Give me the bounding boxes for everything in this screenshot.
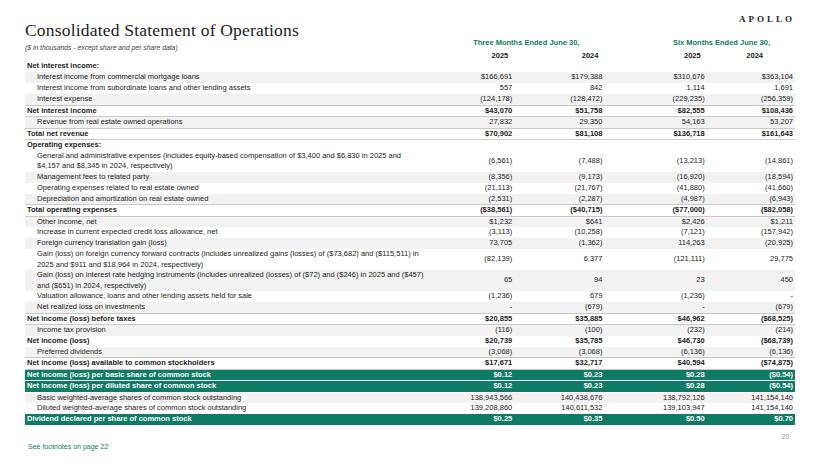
cell-value: $1,211 — [707, 216, 795, 227]
cell-value: $0.25 — [424, 414, 514, 425]
cell-value: (1,362) — [514, 238, 604, 249]
cell-value: ($38,561) — [424, 205, 514, 217]
cell-value: 141,154,140 — [707, 403, 795, 414]
cell-value: $46,730 — [604, 336, 706, 347]
cell-value: ($40,715) — [514, 205, 604, 217]
cell-value: (3,068) — [424, 347, 514, 358]
row-label: Dividend declared per share of common st… — [25, 414, 424, 425]
cell-value: $81,108 — [514, 128, 604, 140]
cell-value: (128,472) — [514, 94, 604, 105]
cell-value: ($68,739) — [707, 336, 795, 347]
row-label: Management fees to related party — [25, 172, 424, 183]
col-group-three-months: Three Months Ended June 30, — [424, 24, 604, 48]
cell-value: 6,377 — [514, 249, 604, 270]
footnote-link[interactable]: See footnotes on page 22 — [28, 443, 108, 450]
col-group-six-months: Six Months Ended June 30, — [604, 24, 795, 48]
cell-value: 138,943,566 — [424, 392, 514, 403]
table-row: Net income (loss) available to common st… — [25, 358, 795, 370]
row-label: Gain (loss) on interest rate hedging ins… — [25, 270, 424, 291]
cell-value: 65 — [424, 270, 514, 291]
cell-value: 94 — [514, 270, 604, 291]
cell-value: 73,705 — [424, 238, 514, 249]
cell-value: ($0.54) — [707, 369, 795, 381]
cell-value: (4,987) — [604, 194, 706, 205]
cell-value: $1,232 — [424, 216, 514, 227]
cell-value: (14,861) — [707, 151, 795, 172]
cell-value: 29,775 — [707, 249, 795, 270]
cell-value: (121,111) — [604, 249, 706, 270]
cell-value: ($0.54) — [707, 381, 795, 393]
cell-value: 53,207 — [707, 117, 795, 129]
cell-value: ($74,875) — [707, 358, 795, 370]
cell-value: (21,767) — [514, 183, 604, 194]
table-row: Net realized loss on investments-(679)-(… — [25, 302, 795, 313]
cell-value: - — [604, 302, 706, 313]
cell-value: 54,163 — [604, 117, 706, 129]
row-label: Diluted weighted-average shares of commo… — [25, 403, 424, 414]
cell-value: - — [707, 291, 795, 302]
cell-value: (8,356) — [424, 172, 514, 183]
cell-value: (256,359) — [707, 94, 795, 105]
cell-value: $0.12 — [424, 381, 514, 393]
cell-value: 1,114 — [604, 83, 706, 94]
table-row: Net income (loss) before taxes$20,855$35… — [25, 313, 795, 325]
cell-value: 139,103,947 — [604, 403, 706, 414]
cell-value: (9,173) — [514, 172, 604, 183]
cell-value: (20,925) — [707, 238, 795, 249]
cell-value: $2,426 — [604, 216, 706, 227]
cell-value: 139,208,860 — [424, 403, 514, 414]
cell-value: $136,718 — [604, 128, 706, 140]
cell-value: (41,880) — [604, 183, 706, 194]
cell-value: (18,594) — [707, 172, 795, 183]
cell-value: $51,758 — [514, 105, 604, 117]
row-label: Net realized loss on investments — [25, 302, 424, 313]
report-page: APOLLO Consolidated Statement of Operati… — [0, 0, 820, 461]
cell-value: $179,388 — [514, 72, 604, 83]
cell-value: (6,136) — [707, 347, 795, 358]
table-row: Operating expenses related to real estat… — [25, 183, 795, 194]
cell-value — [514, 140, 604, 151]
cell-value: 138,792,126 — [604, 392, 706, 403]
table-row: Gain (loss) on interest rate hedging ins… — [25, 270, 795, 291]
table-row: Preferred dividends(3,068)(3,068)(6,136)… — [25, 347, 795, 358]
table-row: Net interest income$43,070$51,758$82,555… — [25, 105, 795, 117]
cell-value: $20,855 — [424, 313, 514, 325]
table-row: Net income (loss) per basic share of com… — [25, 369, 795, 381]
cell-value: ($77,000) — [604, 205, 706, 217]
cell-value: $0.23 — [514, 369, 604, 381]
table-row: Interest income from commercial mortgage… — [25, 72, 795, 83]
table-row: Net interest income: — [25, 61, 795, 72]
row-label: Net interest income: — [25, 61, 424, 72]
cell-value: (6,561) — [424, 151, 514, 172]
cell-value: $17,671 — [424, 358, 514, 370]
cell-value: (2,287) — [514, 194, 604, 205]
cell-value: (41,660) — [707, 183, 795, 194]
table-row: Net income (loss) per diluted share of c… — [25, 381, 795, 393]
cell-value — [514, 61, 604, 72]
cell-value: 23 — [604, 270, 706, 291]
cell-value: $43,070 — [424, 105, 514, 117]
table-row: Interest income from subordinate loans a… — [25, 83, 795, 94]
row-label: Total net revenue — [25, 128, 424, 140]
cell-value: $82,555 — [604, 105, 706, 117]
cell-value — [707, 61, 795, 72]
cell-value: $0.70 — [707, 414, 795, 425]
row-label: Net interest income — [25, 105, 424, 117]
cell-value: 450 — [707, 270, 795, 291]
cell-value — [424, 61, 514, 72]
cell-value: (7,121) — [604, 227, 706, 238]
cell-value: (116) — [424, 325, 514, 336]
row-label: Increase in current expected credit loss… — [25, 227, 424, 238]
row-label: Income tax provision — [25, 325, 424, 336]
cell-value: $108,436 — [707, 105, 795, 117]
year-header-6m-2024: 2024 — [707, 48, 795, 61]
page-title: Consolidated Statement of Operations — [25, 20, 445, 41]
cell-value: 140,611,532 — [514, 403, 604, 414]
table-row: Revenue from real estate owned operation… — [25, 117, 795, 129]
cell-value: $35,885 — [514, 313, 604, 325]
cell-value: 842 — [514, 83, 604, 94]
cell-value: 114,263 — [604, 238, 706, 249]
table-row: Total net revenue$70,902$81,108$136,718$… — [25, 128, 795, 140]
cell-value: (16,920) — [604, 172, 706, 183]
cell-value: $310,676 — [604, 72, 706, 83]
